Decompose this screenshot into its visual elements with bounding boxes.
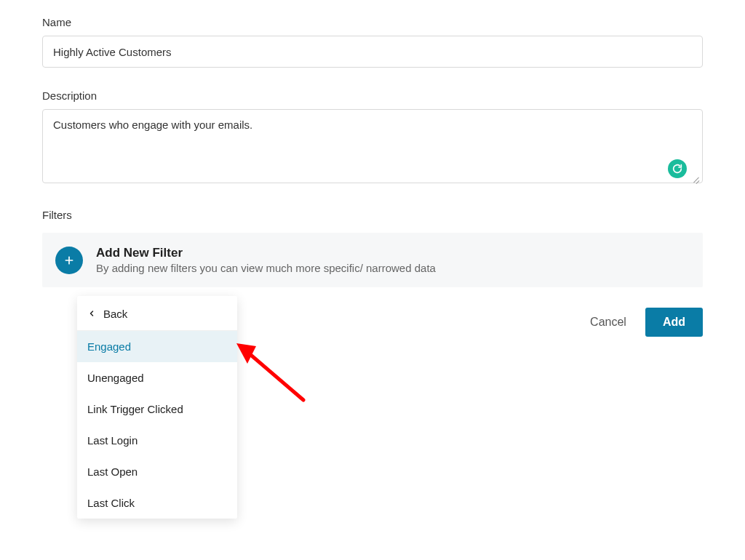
- dropdown-item-engaged[interactable]: Engaged: [77, 331, 237, 362]
- form-container: Name Description Filters: [0, 0, 745, 560]
- dropdown-item-unengaged[interactable]: Unengaged: [77, 362, 237, 393]
- add-filter-title: Add New Filter: [96, 246, 436, 260]
- add-button[interactable]: Add: [645, 308, 703, 337]
- add-filter-text: Add New Filter By adding new filters you…: [96, 246, 436, 274]
- grammarly-icon[interactable]: [668, 159, 687, 178]
- dropdown-item-last-open[interactable]: Last Open: [77, 456, 237, 487]
- name-label: Name: [42, 16, 703, 28]
- description-textarea[interactable]: [42, 109, 703, 183]
- dropdown-item-last-click[interactable]: Last Click: [77, 487, 237, 519]
- name-section: Name: [42, 0, 703, 68]
- filters-label: Filters: [42, 209, 703, 221]
- annotation-arrow-icon: [234, 335, 314, 407]
- filters-section: Filters Add New Filter By adding new fil…: [42, 209, 703, 287]
- dropdown-back[interactable]: Back: [77, 296, 237, 331]
- add-filter-button[interactable]: [55, 247, 83, 274]
- description-wrap: [42, 109, 703, 185]
- name-input[interactable]: [42, 36, 703, 68]
- description-label: Description: [42, 89, 703, 102]
- svg-marker-3: [236, 343, 256, 364]
- dropdown-item-last-login[interactable]: Last Login: [77, 425, 237, 456]
- add-filter-card: Add New Filter By adding new filters you…: [42, 233, 703, 287]
- svg-line-2: [247, 352, 303, 400]
- add-filter-subtitle: By adding new filters you can view much …: [96, 262, 436, 274]
- chevron-left-icon: [87, 308, 96, 320]
- filter-dropdown: Back Engaged Unengaged Link Trigger Clic…: [77, 296, 237, 519]
- description-section: Description: [42, 89, 703, 185]
- dropdown-back-label: Back: [103, 308, 127, 320]
- cancel-button[interactable]: Cancel: [587, 310, 629, 335]
- dropdown-item-link-trigger-clicked[interactable]: Link Trigger Clicked: [77, 393, 237, 425]
